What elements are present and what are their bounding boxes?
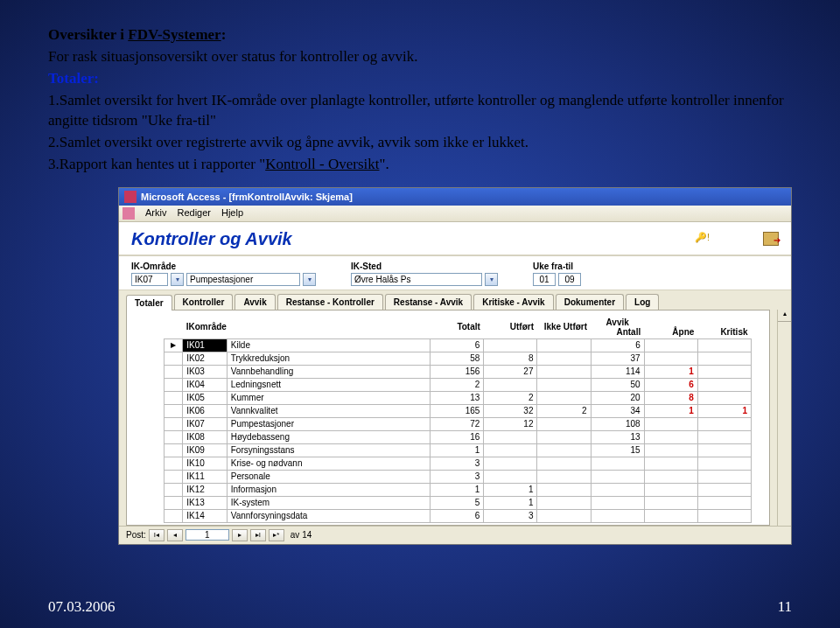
footer-page: 11 <box>778 598 792 616</box>
menu-rediger[interactable]: Rediger <box>177 207 211 220</box>
post-label: Post: <box>126 530 146 540</box>
col-totalt: Totalt <box>430 316 484 339</box>
table-row[interactable]: IK10Krise- og nødvann3 <box>164 457 752 470</box>
tab-strip: TotalerKontrollerAvvikRestanse - Kontrol… <box>119 290 791 310</box>
nav-new-icon[interactable]: ▸* <box>269 529 284 541</box>
window-titlebar: Microsoft Access - [frmKontrollAvvik: Sk… <box>119 188 791 206</box>
table-row[interactable]: IK07Pumpestasjoner7212108 <box>164 417 752 430</box>
table-row[interactable]: IK14Vannforsyningsdata63 <box>164 509 752 522</box>
ik-sted-value[interactable]: Øvre Halås Ps <box>351 273 482 286</box>
table-row[interactable]: IK06Vannkvalitet1653223411 <box>164 404 752 417</box>
col-kritisk: Kritisk <box>697 316 751 339</box>
uke-from[interactable]: 01 <box>533 273 556 286</box>
table-row[interactable]: IK04Ledningsnett2506 <box>164 378 752 391</box>
col-utfort: Utført <box>484 316 537 339</box>
filter-row: IK-Område IK07 ▾ Pumpestasjoner ▾ IK-Ste… <box>119 256 791 290</box>
tab-kontroller[interactable]: Kontroller <box>174 294 234 310</box>
access-window: Microsoft Access - [frmKontrollAvvik: Sk… <box>118 187 792 545</box>
uke-label: Uke fra-til <box>533 262 581 271</box>
window-title: Microsoft Access - [frmKontrollAvvik: Sk… <box>141 192 353 202</box>
ik-sted-label: IK-Sted <box>351 262 498 271</box>
col-apne: Åpne <box>644 316 697 339</box>
tab-dokumenter[interactable]: Dokumenter <box>556 294 624 310</box>
table-row[interactable]: IK02Trykkreduksjon58837 <box>164 352 752 365</box>
data-grid: IKområde Totalt Utført Ikke Utført Avvik… <box>164 316 752 523</box>
exit-door-icon[interactable]: ➔ <box>763 232 779 246</box>
tab-avvik[interactable]: Avvik <box>234 294 275 310</box>
chevron-down-icon[interactable]: ▾ <box>303 273 316 286</box>
point-2: 2.Samlet oversikt over registrerte avvik… <box>48 133 792 153</box>
menu-arkiv[interactable]: Arkiv <box>145 207 166 220</box>
app-header: Kontroller og Avvik 🔑! ➔ <box>119 222 791 256</box>
table-row[interactable]: IK09Forsyningsstans115 <box>164 443 752 457</box>
uke-to[interactable]: 09 <box>558 273 581 286</box>
table-row[interactable]: IK12Informasjon11 <box>164 483 752 496</box>
tab-restanse-kontroller[interactable]: Restanse - Kontroller <box>277 294 383 310</box>
table-row[interactable]: IK08Høydebasseng1613 <box>164 430 752 443</box>
col-ikke-utfort: Ikke Utført <box>537 316 591 339</box>
heading-link: FDV-Systemer <box>128 26 220 43</box>
ik-omrade-desc[interactable]: Pumpestasjoner <box>186 273 300 286</box>
vertical-scrollbar[interactable]: ▴ <box>777 310 791 526</box>
table-row[interactable]: IK05Kummer132208 <box>164 391 752 404</box>
tab-totaler[interactable]: Totaler <box>126 295 172 311</box>
chevron-down-icon[interactable]: ▾ <box>485 273 498 286</box>
record-total: av 14 <box>290 530 312 540</box>
intro-text: For rask situasjonsoversikt over status … <box>48 47 792 67</box>
heading-lead: Oversikter i <box>48 26 128 43</box>
ik-omrade-code[interactable]: IK07 <box>131 273 168 286</box>
col-antall: Avvik Antall <box>591 316 644 339</box>
nav-first-icon[interactable]: I◂ <box>149 529 164 541</box>
table-row[interactable]: IK13IK-system51 <box>164 496 752 509</box>
slide-footer: 07.03.2006 11 <box>48 598 792 616</box>
nav-next-icon[interactable]: ▸ <box>232 529 248 541</box>
table-row[interactable]: IK11Personale3 <box>164 470 752 483</box>
col-ikomrade: IKområde <box>183 316 430 339</box>
record-navigator: Post: I◂ ◂ 1 ▸ ▸I ▸* av 14 <box>119 526 791 544</box>
access-icon <box>124 191 136 203</box>
app-icon <box>122 207 135 220</box>
point-3: 3.Rapport kan hentes ut i rapporter "Kon… <box>48 155 792 175</box>
tab-kritiske-avvik[interactable]: Kritiske - Avvik <box>473 294 554 310</box>
chevron-down-icon[interactable]: ▾ <box>171 273 184 286</box>
nav-prev-icon[interactable]: ◂ <box>167 529 183 541</box>
ik-omrade-label: IK-Område <box>131 262 316 271</box>
table-row[interactable]: IK03Vannbehandling156271141 <box>164 365 752 378</box>
nav-last-icon[interactable]: ▸I <box>250 529 266 541</box>
footer-date: 07.03.2006 <box>48 598 116 616</box>
menu-hjelp[interactable]: Hjelp <box>221 207 243 220</box>
record-number[interactable]: 1 <box>186 529 229 541</box>
tab-log[interactable]: Log <box>626 294 659 310</box>
grid-panel: IKområde Totalt Utført Ikke Utført Avvik… <box>126 310 770 526</box>
point-1: 1.Samlet oversikt for hvert IK-område ov… <box>48 91 792 131</box>
menubar: Arkiv Rediger Hjelp <box>119 206 791 222</box>
slide-heading: Oversikter i FDV-Systemer: <box>48 26 792 44</box>
key-icon[interactable]: 🔑! <box>695 232 710 246</box>
tab-restanse-avvik[interactable]: Restanse - Avvik <box>385 294 472 310</box>
heading-tail: : <box>221 26 227 43</box>
totaler-label: Totaler: <box>48 69 792 89</box>
table-row[interactable]: IK01Kilde66 <box>164 338 752 352</box>
app-title: Kontroller og Avvik <box>131 229 292 249</box>
